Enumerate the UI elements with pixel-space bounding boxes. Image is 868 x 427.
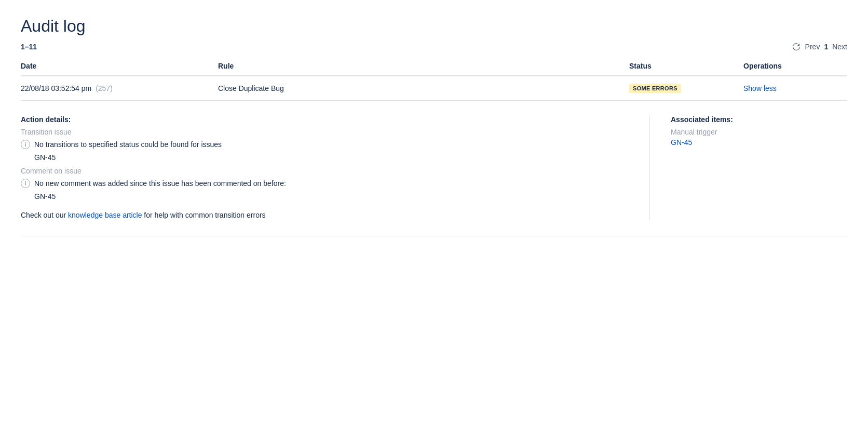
header-status: Status xyxy=(629,62,743,70)
action-details: Action details: Transition issue i No tr… xyxy=(21,115,649,219)
info-icon-2: i xyxy=(21,179,30,188)
comment-error-item: i No new comment was added since this is… xyxy=(21,178,629,189)
header-date: Date xyxy=(21,62,218,70)
operations-cell[interactable]: Show less xyxy=(743,84,847,92)
transition-error-text: No transitions to specified status could… xyxy=(34,139,222,150)
header-operations: Operations xyxy=(743,62,847,70)
show-less-link[interactable]: Show less xyxy=(743,84,777,92)
associated-items-title: Associated items: xyxy=(671,115,847,124)
comment-issue-id: GN-45 xyxy=(34,192,629,201)
date-value: 22/08/18 03:52:54 pm xyxy=(21,84,91,92)
status-badge: SOME ERRORS xyxy=(629,84,681,93)
transition-issue-id: GN-45 xyxy=(34,153,629,162)
info-icon-1: i xyxy=(21,140,30,149)
next-button[interactable]: Next xyxy=(832,43,847,51)
associated-issue-link[interactable]: GN-45 xyxy=(671,138,692,146)
action-details-title: Action details: xyxy=(21,115,629,124)
details-section: Action details: Transition issue i No tr… xyxy=(21,101,847,236)
table-row: 22/08/18 03:52:54 pm (257) Close Duplica… xyxy=(21,76,847,101)
status-cell: SOME ERRORS xyxy=(629,84,743,93)
associated-items: Associated items: Manual trigger GN-45 xyxy=(650,115,847,219)
prev-button[interactable]: Prev xyxy=(805,43,820,51)
transition-error-item: i No transitions to specified status cou… xyxy=(21,139,629,150)
knowledge-base-text-after: for help with common transition errors xyxy=(142,211,265,219)
current-page: 1 xyxy=(824,43,828,51)
comment-error-text: No new comment was added since this issu… xyxy=(34,178,286,189)
date-cell: 22/08/18 03:52:54 pm (257) xyxy=(21,84,218,92)
knowledge-base-link[interactable]: knowledge base article xyxy=(68,211,142,219)
knowledge-base-text-before: Check out our xyxy=(21,211,68,219)
pagination-range: 1–11 xyxy=(21,43,37,51)
pagination-row: 1–11 Prev 1 Next xyxy=(21,42,847,51)
header-rule: Rule xyxy=(218,62,629,70)
knowledge-base-note: Check out our knowledge base article for… xyxy=(21,211,629,219)
table-header: Date Rule Status Operations xyxy=(21,62,847,76)
page-title: Audit log xyxy=(21,17,847,36)
rule-cell: Close Duplicate Bug xyxy=(218,84,629,92)
count-value: (257) xyxy=(96,84,113,92)
pagination-controls: Prev 1 Next xyxy=(792,42,847,51)
refresh-icon[interactable] xyxy=(792,42,801,51)
comment-on-issue-label: Comment on issue xyxy=(21,167,629,175)
transition-issue-label: Transition issue xyxy=(21,128,629,136)
manual-trigger-label: Manual trigger xyxy=(671,128,847,136)
